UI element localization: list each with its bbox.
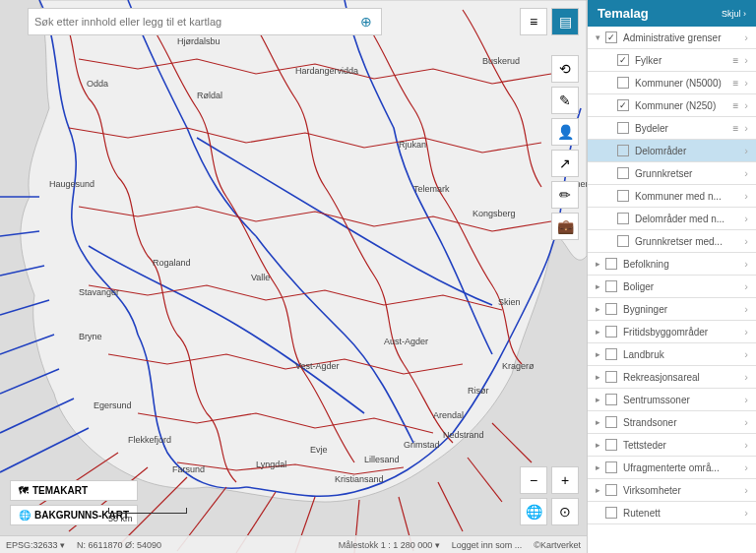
layer-menu-icon[interactable]: ≡ xyxy=(732,100,738,111)
layers-toggle-button[interactable]: ▤ xyxy=(551,8,579,35)
top-tools: ≡ ▤ xyxy=(520,8,579,35)
layer-checkbox[interactable] xyxy=(605,507,617,519)
layer-row[interactable]: Kommuner (N250)≡› xyxy=(588,94,756,117)
attribution[interactable]: ©Kartverket xyxy=(534,540,581,550)
globe-button[interactable]: 🌐 xyxy=(520,498,547,525)
layer-checkbox[interactable] xyxy=(617,213,629,224)
map-label: Arendal xyxy=(433,410,464,420)
layer-checkbox[interactable] xyxy=(605,280,617,292)
layer-row[interactable]: ▸Strandsoner› xyxy=(588,411,756,434)
layer-checkbox[interactable] xyxy=(605,394,617,405)
epsg-selector[interactable]: EPSG:32633 ▾ xyxy=(6,540,65,550)
layer-row[interactable]: Rutenett› xyxy=(588,502,756,524)
menu-button[interactable]: ≡ xyxy=(520,8,547,35)
map-label: Farsund xyxy=(172,464,205,474)
layer-row[interactable]: Fylker≡› xyxy=(588,49,756,72)
layer-checkbox[interactable] xyxy=(617,235,629,247)
map-label: Nedstrand xyxy=(443,430,484,440)
layer-checkbox[interactable] xyxy=(617,190,629,202)
search-input[interactable] xyxy=(34,16,357,28)
layer-row[interactable]: Delområder› xyxy=(588,140,756,162)
expand-icon[interactable]: ▸ xyxy=(596,462,605,472)
layer-row[interactable]: ▸Fritidsbyggområder› xyxy=(588,321,756,343)
layer-checkbox[interactable] xyxy=(605,416,617,428)
layer-checkbox[interactable] xyxy=(605,258,617,270)
layer-row[interactable]: ▸Befolkning› xyxy=(588,253,756,276)
map-label: Grimstad xyxy=(404,440,440,450)
map-canvas[interactable]: HjørdalsbuHardangerviddaBuskerudOddaRøld… xyxy=(0,0,587,553)
expand-icon[interactable]: ▸ xyxy=(596,485,605,495)
layer-checkbox[interactable] xyxy=(617,54,629,66)
layer-menu-icon[interactable]: ≡ xyxy=(732,78,738,89)
layer-checkbox[interactable] xyxy=(605,303,617,315)
expand-icon[interactable]: ▸ xyxy=(596,259,605,269)
layer-label: Rekreasjonsareal xyxy=(623,372,744,383)
expand-icon[interactable]: ▸ xyxy=(596,372,605,382)
map-label: Lillesand xyxy=(364,455,400,464)
layer-checkbox[interactable] xyxy=(605,326,617,338)
layer-row[interactable]: Grunnkretser› xyxy=(588,162,756,185)
layer-row[interactable]: ▸Landbruk› xyxy=(588,343,756,366)
expand-icon[interactable]: ▸ xyxy=(596,440,605,450)
map-area[interactable]: HjørdalsbuHardangerviddaBuskerudOddaRøld… xyxy=(0,0,587,553)
layer-row[interactable]: ▸Ufragmenterte områ...› xyxy=(588,457,756,479)
locate-button[interactable]: ⊙ xyxy=(551,498,579,525)
layer-row[interactable]: Grunnkretser med...› xyxy=(588,230,756,253)
share-icon[interactable]: ↗ xyxy=(551,150,579,177)
layer-row[interactable]: ▸Virksomheter› xyxy=(588,479,756,502)
layer-row[interactable]: ▾Administrative grenser› xyxy=(588,27,756,49)
temakart-button[interactable]: 🗺 TEMAKART xyxy=(10,480,138,501)
layer-row[interactable]: Kommuner med n...› xyxy=(588,185,756,208)
chevron-right-icon: › xyxy=(744,145,748,156)
refresh-button[interactable]: ⟲ xyxy=(551,55,579,83)
layer-row[interactable]: Kommuner (N5000)≡› xyxy=(588,72,756,94)
expand-icon[interactable]: ▸ xyxy=(596,304,605,314)
layer-row[interactable]: ▸Bygninger› xyxy=(588,298,756,321)
zoom-in-button[interactable]: + xyxy=(551,466,579,494)
layer-checkbox[interactable] xyxy=(617,77,629,89)
expand-icon[interactable]: ▸ xyxy=(596,395,605,404)
layer-checkbox[interactable] xyxy=(605,461,617,473)
briefcase-icon[interactable]: 💼 xyxy=(551,213,579,240)
layer-label: Tettsteder xyxy=(623,440,744,451)
search-icon[interactable]: ⊕ xyxy=(357,13,375,31)
layer-label: Befolkning xyxy=(623,259,744,270)
chevron-right-icon: › xyxy=(744,484,748,496)
panel-title: Temalag xyxy=(598,6,649,21)
layer-row[interactable]: ▸Tettsteder› xyxy=(588,434,756,457)
layer-checkbox[interactable] xyxy=(605,439,617,451)
user-icon[interactable]: 👤 xyxy=(551,118,579,146)
map-label: Rjukan xyxy=(399,140,426,150)
layer-menu-icon[interactable]: ≡ xyxy=(732,55,738,66)
edit-icon[interactable]: ✏ xyxy=(551,181,579,209)
scale-selector[interactable]: Målestokk 1 : 1 280 000 ▾ xyxy=(339,540,440,550)
expand-icon[interactable]: ▸ xyxy=(596,281,605,291)
expand-icon[interactable]: ▾ xyxy=(596,32,605,42)
layer-checkbox[interactable] xyxy=(605,31,617,43)
map-label: Hjørdalsbu xyxy=(177,36,220,46)
map-label: Kristiansand xyxy=(335,474,384,484)
panel-hide-button[interactable]: Skjul › xyxy=(722,9,746,19)
layer-checkbox[interactable] xyxy=(605,371,617,383)
expand-icon[interactable]: ▸ xyxy=(596,349,605,359)
layer-row[interactable]: Bydeler≡› xyxy=(588,117,756,140)
map-label: Skien xyxy=(498,297,521,307)
chevron-right-icon: › xyxy=(744,461,748,473)
layer-menu-icon[interactable]: ≡ xyxy=(732,123,738,134)
scale-bar: 50 km xyxy=(108,508,187,523)
layer-checkbox[interactable] xyxy=(617,167,629,179)
layer-checkbox[interactable] xyxy=(617,145,629,156)
layer-checkbox[interactable] xyxy=(605,484,617,496)
expand-icon[interactable]: ▸ xyxy=(596,417,605,427)
layer-checkbox[interactable] xyxy=(617,122,629,134)
layer-row[interactable]: ▸Boliger› xyxy=(588,276,756,298)
layer-row[interactable]: Delområder med n...› xyxy=(588,208,756,230)
layer-label: Boliger xyxy=(623,281,744,292)
layer-row[interactable]: ▸Rekreasjonsareal› xyxy=(588,366,756,389)
layer-checkbox[interactable] xyxy=(605,348,617,360)
layer-row[interactable]: ▸Sentrumssoner› xyxy=(588,389,756,411)
brush-icon[interactable]: ✎ xyxy=(551,87,579,114)
zoom-out-button[interactable]: − xyxy=(520,466,547,494)
layer-checkbox[interactable] xyxy=(617,99,629,111)
expand-icon[interactable]: ▸ xyxy=(596,327,605,337)
